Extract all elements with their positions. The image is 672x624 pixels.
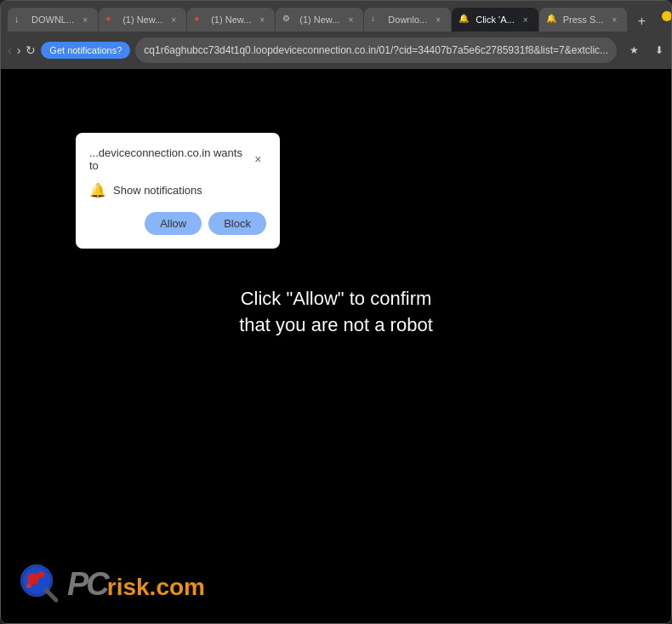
logo-risk-text: risk.com: [107, 575, 205, 599]
tab-3[interactable]: ● (1) New... ×: [187, 8, 275, 31]
address-bar[interactable]: cq1r6aghubcc73d4t1q0.loopdeviceconnectio…: [135, 37, 617, 63]
popup-title: ...deviceconnection.co.in wants to: [89, 146, 250, 172]
tab-2-close[interactable]: ×: [168, 14, 179, 26]
main-message-line2: that you are not a robot: [239, 312, 433, 339]
notification-row: 🔔 Show notifications: [89, 182, 266, 198]
toolbar: ‹ › ↻ Get notifications? cq1r6aghubcc73d…: [1, 31, 671, 69]
block-button[interactable]: Block: [208, 212, 266, 235]
minimize-button[interactable]: —: [662, 11, 672, 21]
tab-1-favicon: ↓: [14, 14, 26, 26]
toolbar-actions: ★ ⬇ 👤 ⋮: [622, 38, 672, 62]
popup-buttons: Allow Block: [89, 212, 266, 235]
tab-4[interactable]: ⚙ (1) New... ×: [276, 8, 363, 31]
tab-6-close[interactable]: ×: [520, 14, 532, 26]
tab-2-favicon: ●: [105, 14, 117, 26]
svg-point-3: [37, 571, 44, 578]
refresh-button[interactable]: ↻: [26, 38, 36, 62]
tab-6-active[interactable]: 🔔 Click 'A... ×: [452, 8, 538, 31]
address-bar-text: cq1r6aghubcc73d4t1q0.loopdeviceconnectio…: [144, 44, 608, 56]
tab-7-favicon: 🔔: [546, 14, 558, 26]
tab-6-title: Click 'A...: [476, 14, 515, 25]
tab-strip: ↓ DOWNL... × ● (1) New... × ● (1) New...…: [8, 1, 652, 31]
title-bar: ↓ DOWNL... × ● (1) New... × ● (1) New...…: [1, 1, 671, 31]
new-tab-button[interactable]: +: [631, 11, 652, 31]
tab-1[interactable]: ↓ DOWNL... ×: [8, 8, 98, 31]
window-controls: — □ ×: [662, 11, 672, 21]
main-message: Click "Allow" to confirm that you are no…: [239, 286, 433, 339]
page-content: ...deviceconnection.co.in wants to × 🔔 S…: [1, 69, 671, 623]
tab-1-title: DOWNL...: [31, 14, 74, 25]
bookmark-button[interactable]: ★: [622, 38, 646, 62]
notification-permission-text: Show notifications: [113, 184, 202, 197]
allow-button[interactable]: Allow: [145, 212, 202, 235]
tab-5-title: Downlo...: [388, 14, 427, 25]
browser-window: ↓ DOWNL... × ● (1) New... × ● (1) New...…: [0, 0, 672, 624]
tab-4-close[interactable]: ×: [345, 14, 356, 26]
tab-3-close[interactable]: ×: [256, 14, 268, 26]
svg-point-4: [26, 583, 31, 588]
tab-2-title: (1) New...: [122, 14, 162, 25]
tab-7-close[interactable]: ×: [608, 14, 620, 26]
notification-popup: ...deviceconnection.co.in wants to × 🔔 S…: [76, 133, 280, 249]
tab-3-favicon: ●: [194, 14, 206, 26]
bell-icon: 🔔: [89, 182, 106, 198]
logo-text: PC risk.com: [67, 568, 205, 600]
logo-icon: [18, 562, 62, 606]
tab-5[interactable]: ↓ Downlo... ×: [364, 8, 451, 31]
pcrisk-watermark: PC risk.com: [18, 562, 205, 606]
tab-6-favicon: 🔔: [458, 14, 470, 26]
tab-5-favicon: ↓: [371, 14, 383, 26]
forward-button[interactable]: ›: [17, 38, 21, 62]
popup-close-button[interactable]: ×: [250, 151, 266, 168]
download-button[interactable]: ⬇: [647, 38, 671, 62]
svg-point-2: [27, 573, 39, 585]
svg-point-6: [44, 588, 49, 593]
tab-3-title: (1) New...: [211, 14, 251, 25]
tab-4-title: (1) New...: [299, 14, 339, 25]
tab-5-close[interactable]: ×: [432, 14, 444, 26]
tab-1-close[interactable]: ×: [79, 14, 91, 26]
tab-4-favicon: ⚙: [282, 14, 294, 26]
get-notifications-button[interactable]: Get notifications?: [41, 42, 130, 59]
pcrisk-logo: PC risk.com: [18, 562, 205, 606]
tab-7-title: Press S...: [563, 14, 604, 25]
back-button[interactable]: ‹: [8, 38, 12, 62]
tab-7[interactable]: 🔔 Press S... ×: [539, 8, 628, 31]
popup-header: ...deviceconnection.co.in wants to ×: [89, 146, 266, 172]
main-message-line1: Click "Allow" to confirm: [239, 286, 433, 312]
tab-2[interactable]: ● (1) New... ×: [99, 8, 186, 31]
logo-pc-text: PC: [67, 568, 107, 600]
